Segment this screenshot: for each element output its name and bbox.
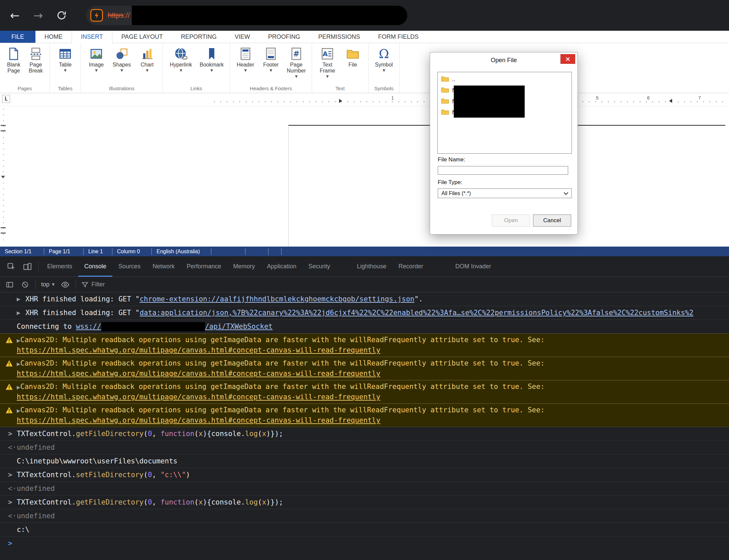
devtools-tab-network[interactable]: Network xyxy=(146,256,181,277)
chart-button[interactable]: Chart ▼ xyxy=(134,46,160,72)
devtools-tab-console[interactable]: Console xyxy=(78,256,112,277)
expand-triangle-icon[interactable]: ▶ xyxy=(17,338,20,343)
symbol-button[interactable]: Ω Symbol ▼ xyxy=(371,46,397,72)
back-icon[interactable]: ← xyxy=(7,9,22,22)
margin-marker-icon[interactable] xyxy=(1,227,6,228)
page-break-button[interactable]: Page Break xyxy=(25,46,47,74)
console-row-command: > TXTextControl.getFileDirectory(0, func… xyxy=(0,427,729,441)
devtools-tab-security[interactable]: Security xyxy=(302,256,336,277)
console-link[interactable]: https://html.spec.whatwg.org/multipage/c… xyxy=(17,416,380,424)
footer-button[interactable]: Footer ▼ xyxy=(258,46,284,72)
inspect-element-icon[interactable] xyxy=(3,256,19,277)
console-warning-row: ▶Canvas2D: Multiple readback operations … xyxy=(0,404,729,427)
blank-page-icon xyxy=(7,47,21,61)
filter-control[interactable]: Filter xyxy=(81,281,105,288)
devtools-tab-lighthouse[interactable]: Lighthouse xyxy=(351,256,392,277)
hyperlink-button[interactable]: Hyperlink ▼ xyxy=(166,46,196,72)
devtools-tab-dom-invader[interactable]: DOM Invader xyxy=(449,256,497,277)
chevron-down-icon: ▼ xyxy=(52,282,55,287)
redacted-area xyxy=(101,322,205,331)
extension-lightning-icon[interactable] xyxy=(90,9,103,22)
devtools-tab-sources[interactable]: Sources xyxy=(112,256,146,277)
tab-file[interactable]: FILE xyxy=(0,31,35,43)
text-frame-icon: A xyxy=(320,47,334,61)
console-toolbar: top▼ Filter xyxy=(0,277,729,292)
console-link[interactable]: wss:// xyxy=(76,322,101,330)
devtools-tab-memory[interactable]: Memory xyxy=(227,256,261,277)
console-link[interactable]: https://html.spec.whatwg.org/multipage/c… xyxy=(17,370,380,378)
tab-stop-selector[interactable]: L xyxy=(2,95,10,103)
dropdown-arrow-icon: ▼ xyxy=(64,69,67,72)
tab-home[interactable]: HOME xyxy=(35,31,72,43)
shapes-button[interactable]: Shapes ▼ xyxy=(109,46,134,72)
status-line: Line 1 xyxy=(84,248,112,255)
file-type-select[interactable]: All Files (*.*) xyxy=(438,188,572,198)
live-expression-eye-icon[interactable] xyxy=(60,280,70,289)
list-item-parent-dir[interactable]: .. xyxy=(438,74,571,85)
tab-permissions[interactable]: PERMISSIONS xyxy=(309,31,369,43)
table-button[interactable]: Table ▼ xyxy=(53,46,78,72)
forward-icon[interactable]: → xyxy=(31,9,45,22)
console-row-result: <· undefined xyxy=(0,441,729,454)
bookmark-button[interactable]: Bookmark ▼ xyxy=(196,46,227,72)
console-prompt-icon: > xyxy=(8,538,17,548)
tab-reporting[interactable]: REPORTING xyxy=(172,31,226,43)
shapes-icon xyxy=(115,47,129,61)
right-margin-marker-icon[interactable] xyxy=(669,99,672,103)
console-link[interactable]: /api/TXWebSocket xyxy=(205,322,273,330)
warning-icon xyxy=(5,382,14,393)
open-button[interactable]: Open xyxy=(492,215,530,227)
console-row-command: > TXTextControl.setFileDirectory(0, "c:\… xyxy=(0,468,729,482)
page-number-button[interactable]: # Page Number ▼ xyxy=(284,46,309,78)
devtools-tab-application[interactable]: Application xyxy=(261,256,302,277)
expand-triangle-icon[interactable]: ▶ xyxy=(17,308,25,318)
file-button[interactable]: File xyxy=(340,46,366,68)
devtools-tab-recorder[interactable]: Recorder xyxy=(392,256,429,277)
console-output[interactable]: ▶ XHR finished loading: GET "chrome-exte… xyxy=(0,292,729,560)
console-row-log: c:\ xyxy=(0,523,729,537)
document-area[interactable] xyxy=(0,106,729,247)
ribbon-group-text: A Text Frame ▼ File Text xyxy=(312,43,369,93)
file-list[interactable]: .. N N N xyxy=(437,72,572,154)
expand-triangle-icon[interactable]: ▶ xyxy=(17,361,20,367)
image-button[interactable]: Image ▼ xyxy=(84,46,109,72)
clear-console-icon[interactable] xyxy=(20,281,30,289)
console-link[interactable]: https://html.spec.whatwg.org/multipage/c… xyxy=(17,393,380,401)
file-type-label: File Type: xyxy=(438,179,462,186)
console-link[interactable]: data:application/json,%7B%22canary%22%3A… xyxy=(139,309,693,317)
devtools-tab-elements[interactable]: Elements xyxy=(41,256,78,277)
console-warning-row: ▶Canvas2D: Multiple readback operations … xyxy=(0,380,729,404)
expand-triangle-icon[interactable]: ▶ xyxy=(17,385,20,390)
console-warning-row: ▶Canvas2D: Multiple readback operations … xyxy=(0,357,729,380)
address-bar[interactable]: https:// xyxy=(86,6,407,25)
blank-page-button[interactable]: Blank Page xyxy=(3,46,25,74)
margin-marker-icon[interactable] xyxy=(1,233,6,234)
header-button[interactable]: Header ▼ xyxy=(233,46,258,72)
tab-form-fields[interactable]: FORM FIELDS xyxy=(369,31,428,43)
indent-marker-icon[interactable] xyxy=(339,99,342,103)
reload-icon[interactable] xyxy=(54,10,69,21)
devtools-tab-performance[interactable]: Performance xyxy=(181,256,227,277)
console-link[interactable]: chrome-extension://aalfijfhhndlbcmlekckg… xyxy=(139,295,414,303)
text-frame-button[interactable]: A Text Frame ▼ xyxy=(315,46,340,78)
console-result-icon: <· xyxy=(8,442,17,452)
console-link[interactable]: https://html.spec.whatwg.org/multipage/c… xyxy=(17,346,380,354)
device-toolbar-icon[interactable] xyxy=(19,256,35,277)
tab-insert[interactable]: INSERT xyxy=(72,31,112,43)
tab-view[interactable]: VIEW xyxy=(226,31,259,43)
cancel-button[interactable]: Cancel xyxy=(533,215,571,227)
margin-marker-icon[interactable] xyxy=(1,125,6,126)
file-name-input[interactable] xyxy=(438,166,568,175)
tab-page-layout[interactable]: PAGE LAYOUT xyxy=(112,31,172,43)
context-selector[interactable]: top▼ xyxy=(41,281,55,288)
console-sidebar-icon[interactable] xyxy=(5,281,15,289)
expand-triangle-icon[interactable]: ▶ xyxy=(17,408,20,413)
console-row-log: C:\inetpub\wwwroot\userFiles\documents xyxy=(0,454,729,468)
margin-marker-icon[interactable] xyxy=(1,176,5,178)
dialog-close-button[interactable] xyxy=(560,54,575,64)
console-prompt[interactable]: > xyxy=(0,537,729,550)
tab-proofing[interactable]: PROOFING xyxy=(259,31,309,43)
dropdown-arrow-icon: ▼ xyxy=(295,75,298,78)
margin-marker-icon[interactable] xyxy=(1,130,6,131)
expand-triangle-icon[interactable]: ▶ xyxy=(17,294,25,304)
